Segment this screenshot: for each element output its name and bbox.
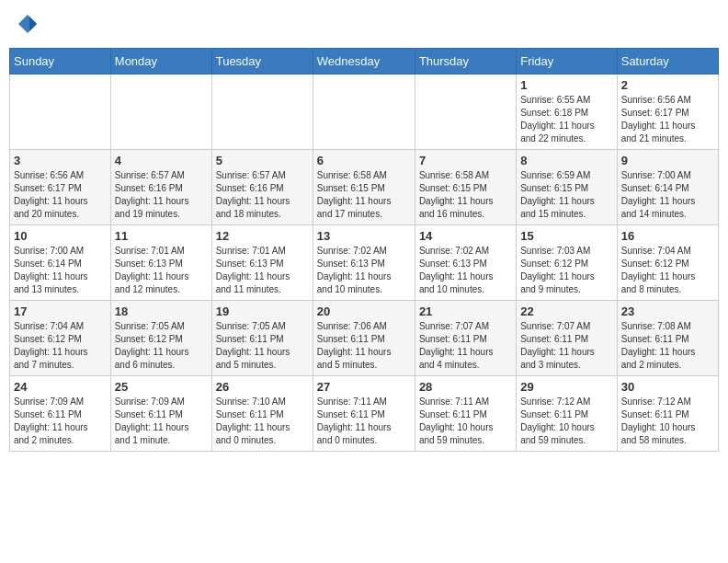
calendar-cell: 2Sunrise: 6:56 AM Sunset: 6:17 PM Daylig… (617, 75, 718, 150)
day-info: Sunrise: 7:01 AM Sunset: 6:13 PM Dayligh… (115, 245, 208, 296)
calendar-cell: 21Sunrise: 7:07 AM Sunset: 6:11 PM Dayli… (415, 301, 516, 376)
calendar-cell: 10Sunrise: 7:00 AM Sunset: 6:14 PM Dayli… (10, 225, 111, 301)
day-info: Sunrise: 7:10 AM Sunset: 6:11 PM Dayligh… (216, 396, 309, 447)
day-info: Sunrise: 6:56 AM Sunset: 6:17 PM Dayligh… (621, 94, 714, 145)
day-number: 30 (621, 380, 714, 394)
day-number: 26 (216, 380, 309, 394)
day-info: Sunrise: 6:58 AM Sunset: 6:15 PM Dayligh… (419, 169, 512, 221)
calendar-cell: 11Sunrise: 7:01 AM Sunset: 6:13 PM Dayli… (110, 225, 211, 301)
calendar-cell: 27Sunrise: 7:11 AM Sunset: 6:11 PM Dayli… (313, 376, 415, 452)
calendar-cell: 19Sunrise: 7:05 AM Sunset: 6:11 PM Dayli… (211, 301, 313, 376)
day-number: 21 (419, 304, 512, 318)
weekday-header-friday: Friday (517, 49, 618, 75)
weekday-header-monday: Monday (110, 49, 211, 75)
calendar-cell: 6Sunrise: 6:58 AM Sunset: 6:15 PM Daylig… (313, 150, 415, 225)
calendar-cell (10, 75, 111, 150)
logo (17, 13, 40, 39)
day-info: Sunrise: 7:09 AM Sunset: 6:11 PM Dayligh… (14, 396, 107, 447)
calendar-cell: 8Sunrise: 6:59 AM Sunset: 6:15 PM Daylig… (517, 150, 618, 225)
day-number: 7 (419, 154, 512, 167)
day-number: 9 (621, 154, 714, 167)
calendar-cell: 26Sunrise: 7:10 AM Sunset: 6:11 PM Dayli… (211, 376, 313, 452)
weekday-header-row: SundayMondayTuesdayWednesdayThursdayFrid… (10, 49, 719, 75)
day-number: 1 (520, 78, 613, 92)
calendar-week-row: 10Sunrise: 7:00 AM Sunset: 6:14 PM Dayli… (10, 225, 719, 301)
calendar-cell: 30Sunrise: 7:12 AM Sunset: 6:11 PM Dayli… (617, 376, 718, 452)
day-info: Sunrise: 7:05 AM Sunset: 6:12 PM Dayligh… (115, 320, 208, 372)
day-number: 27 (317, 380, 411, 394)
day-info: Sunrise: 6:58 AM Sunset: 6:15 PM Dayligh… (317, 169, 411, 221)
day-info: Sunrise: 6:59 AM Sunset: 6:15 PM Dayligh… (520, 169, 613, 221)
weekday-header-sunday: Sunday (10, 49, 111, 75)
day-info: Sunrise: 6:56 AM Sunset: 6:17 PM Dayligh… (14, 169, 107, 221)
calendar-table: SundayMondayTuesdayWednesdayThursdayFrid… (9, 48, 719, 452)
day-number: 29 (520, 380, 613, 394)
calendar-cell: 18Sunrise: 7:05 AM Sunset: 6:12 PM Dayli… (110, 301, 211, 376)
day-number: 28 (419, 380, 512, 394)
day-info: Sunrise: 7:04 AM Sunset: 6:12 PM Dayligh… (14, 320, 107, 372)
day-number: 3 (14, 154, 107, 167)
calendar-cell: 3Sunrise: 6:56 AM Sunset: 6:17 PM Daylig… (10, 150, 111, 225)
calendar-cell: 4Sunrise: 6:57 AM Sunset: 6:16 PM Daylig… (110, 150, 211, 225)
day-info: Sunrise: 7:00 AM Sunset: 6:14 PM Dayligh… (14, 245, 107, 296)
day-info: Sunrise: 7:07 AM Sunset: 6:11 PM Dayligh… (419, 320, 512, 372)
calendar-cell: 28Sunrise: 7:11 AM Sunset: 6:11 PM Dayli… (415, 376, 516, 452)
calendar-cell: 22Sunrise: 7:07 AM Sunset: 6:11 PM Dayli… (517, 301, 618, 376)
day-number: 8 (520, 154, 613, 167)
day-info: Sunrise: 7:00 AM Sunset: 6:14 PM Dayligh… (621, 169, 714, 221)
day-info: Sunrise: 6:57 AM Sunset: 6:16 PM Dayligh… (216, 169, 309, 221)
day-number: 18 (115, 304, 208, 318)
calendar-cell: 29Sunrise: 7:12 AM Sunset: 6:11 PM Dayli… (517, 376, 618, 452)
day-info: Sunrise: 7:08 AM Sunset: 6:11 PM Dayligh… (621, 320, 714, 372)
day-number: 25 (115, 380, 208, 394)
weekday-header-saturday: Saturday (617, 49, 718, 75)
day-number: 17 (14, 304, 107, 318)
day-info: Sunrise: 7:11 AM Sunset: 6:11 PM Dayligh… (317, 396, 411, 447)
day-info: Sunrise: 7:07 AM Sunset: 6:11 PM Dayligh… (520, 320, 613, 372)
svg-marker-1 (29, 17, 37, 31)
calendar-cell: 9Sunrise: 7:00 AM Sunset: 6:14 PM Daylig… (617, 150, 718, 225)
calendar-week-row: 1Sunrise: 6:55 AM Sunset: 6:18 PM Daylig… (10, 75, 719, 150)
day-number: 10 (14, 229, 107, 243)
calendar-cell: 16Sunrise: 7:04 AM Sunset: 6:12 PM Dayli… (617, 225, 718, 301)
day-number: 4 (115, 154, 208, 167)
calendar-cell (313, 75, 415, 150)
weekday-header-wednesday: Wednesday (313, 49, 415, 75)
calendar-cell: 7Sunrise: 6:58 AM Sunset: 6:15 PM Daylig… (415, 150, 516, 225)
day-number: 6 (317, 154, 411, 167)
day-number: 13 (317, 229, 411, 243)
logo-icon (17, 13, 39, 35)
day-number: 12 (216, 229, 309, 243)
day-info: Sunrise: 7:02 AM Sunset: 6:13 PM Dayligh… (419, 245, 512, 296)
calendar-cell: 23Sunrise: 7:08 AM Sunset: 6:11 PM Dayli… (617, 301, 718, 376)
day-number: 14 (419, 229, 512, 243)
calendar-week-row: 17Sunrise: 7:04 AM Sunset: 6:12 PM Dayli… (10, 301, 719, 376)
day-number: 20 (317, 304, 411, 318)
day-info: Sunrise: 7:01 AM Sunset: 6:13 PM Dayligh… (216, 245, 309, 296)
calendar-cell: 25Sunrise: 7:09 AM Sunset: 6:11 PM Dayli… (110, 376, 211, 452)
calendar-week-row: 24Sunrise: 7:09 AM Sunset: 6:11 PM Dayli… (10, 376, 719, 452)
day-info: Sunrise: 7:09 AM Sunset: 6:11 PM Dayligh… (115, 396, 208, 447)
weekday-header-thursday: Thursday (415, 49, 516, 75)
calendar-cell: 5Sunrise: 6:57 AM Sunset: 6:16 PM Daylig… (211, 150, 313, 225)
day-info: Sunrise: 7:12 AM Sunset: 6:11 PM Dayligh… (621, 396, 714, 447)
calendar-cell: 17Sunrise: 7:04 AM Sunset: 6:12 PM Dayli… (10, 301, 111, 376)
day-number: 2 (621, 78, 714, 92)
day-number: 22 (520, 304, 613, 318)
day-number: 16 (621, 229, 714, 243)
day-info: Sunrise: 6:55 AM Sunset: 6:18 PM Dayligh… (520, 94, 613, 145)
day-info: Sunrise: 7:05 AM Sunset: 6:11 PM Dayligh… (216, 320, 309, 372)
weekday-header-tuesday: Tuesday (211, 49, 313, 75)
day-number: 19 (216, 304, 309, 318)
day-info: Sunrise: 7:03 AM Sunset: 6:12 PM Dayligh… (520, 245, 613, 296)
calendar-cell (211, 75, 313, 150)
day-info: Sunrise: 7:06 AM Sunset: 6:11 PM Dayligh… (317, 320, 411, 372)
calendar-cell: 14Sunrise: 7:02 AM Sunset: 6:13 PM Dayli… (415, 225, 516, 301)
calendar-cell (415, 75, 516, 150)
day-info: Sunrise: 7:11 AM Sunset: 6:11 PM Dayligh… (419, 396, 512, 447)
day-info: Sunrise: 7:12 AM Sunset: 6:11 PM Dayligh… (520, 396, 613, 447)
day-number: 24 (14, 380, 107, 394)
calendar-cell (110, 75, 211, 150)
calendar-cell: 1Sunrise: 6:55 AM Sunset: 6:18 PM Daylig… (517, 75, 618, 150)
day-number: 23 (621, 304, 714, 318)
